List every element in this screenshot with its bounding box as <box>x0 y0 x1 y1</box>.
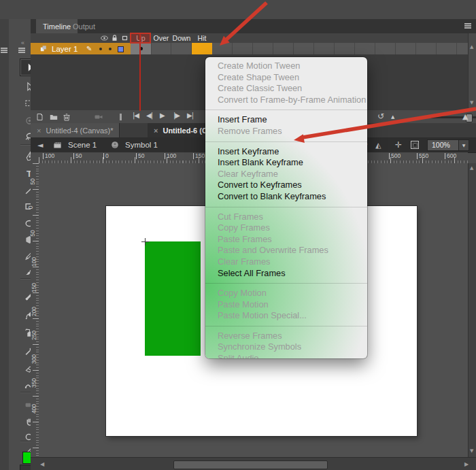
layer-edit-pencil-icon: ✎ <box>86 45 92 52</box>
show-hide-layers-icon[interactable] <box>100 34 109 42</box>
timeline-frame-header: UpOverDownHit <box>31 33 468 43</box>
clip-content-icon[interactable] <box>411 137 419 152</box>
layer-frames-track[interactable] <box>131 43 468 54</box>
menu-item-cut-frames: Cut Frames <box>205 212 367 223</box>
menu-item-select-all-frames[interactable]: Select All Frames <box>205 268 367 280</box>
new-layer-icon[interactable] <box>35 112 44 122</box>
layer-row-header[interactable]: Layer 1 ✎ <box>31 43 131 54</box>
zoom-level-caret-icon[interactable]: ▼ <box>458 140 469 150</box>
menu-item-copy-frames: Copy Frames <box>205 222 367 234</box>
menu-item-paste-motion-special: Paste Motion Special... <box>205 310 367 322</box>
zoom-out-frames-icon[interactable]: ▲ <box>391 114 394 120</box>
tab-output[interactable]: Output <box>66 19 102 33</box>
frame-size-slider[interactable] <box>430 116 476 118</box>
menu-separator <box>205 283 367 284</box>
doc-tab-untitled-4[interactable]: × Untitled-4 (Canvas)* <box>31 123 120 137</box>
application-top-bar <box>0 0 476 20</box>
h-ruler-label: 100 <box>165 153 176 159</box>
breadcrumb-scene[interactable]: Scene 1 <box>68 137 97 152</box>
camera-icon[interactable] <box>94 112 103 122</box>
h-ruler-label: 0 <box>103 153 109 159</box>
selected-frame-hit[interactable] <box>192 43 212 54</box>
go-to-last-frame-icon[interactable]: ▶| <box>187 112 193 119</box>
lock-layers-icon[interactable] <box>110 34 119 42</box>
edit-symbols-icon[interactable]: ◭ <box>375 137 381 152</box>
menu-item-insert-blank-keyframe[interactable]: Insert Blank Keyframe <box>205 157 367 169</box>
back-arrow-icon[interactable]: ◄ <box>37 137 43 152</box>
v-ruler-label: 50 <box>29 178 36 184</box>
h-ruler-label: 600 <box>445 153 456 159</box>
frame-label-hit[interactable]: Hit <box>192 33 212 43</box>
keyframe-cell-up[interactable] <box>131 43 152 54</box>
h-ruler-label: 50 <box>73 153 82 159</box>
h-ruler-label: 50 <box>136 153 144 159</box>
tab-output-label: Output <box>73 22 95 31</box>
horizontal-scrollbar-thumb[interactable] <box>173 460 328 469</box>
reset-timeline-zoom-icon[interactable]: ↺ <box>377 112 384 121</box>
scroll-left-icon[interactable]: ◀ <box>40 461 44 467</box>
v-ruler-label: 300 <box>31 354 37 364</box>
menu-item-split-audio: Split Audio <box>205 353 367 358</box>
menu-item-copy-motion: Copy Motion <box>205 288 367 299</box>
collapsed-panel-dock <box>0 19 10 470</box>
v-ruler-label: 150 <box>31 283 37 292</box>
collapse-panel-icon[interactable]: « <box>21 39 25 46</box>
layer-outline-color-swatch[interactable] <box>118 46 124 52</box>
menu-item-synchronize-symbols: Synchronize Symbols <box>205 341 367 353</box>
marker-icon[interactable] <box>120 114 122 120</box>
play-icon[interactable]: ▶ <box>160 112 165 119</box>
zoom-in-frames-icon[interactable]: ▲ <box>462 112 468 121</box>
delete-layer-trash-icon[interactable] <box>62 112 71 122</box>
new-folder-icon[interactable] <box>49 112 58 122</box>
frame-context-menu: Create Motion TweenCreate Shape TweenCre… <box>205 57 367 358</box>
v-ruler-label: 400 <box>31 404 37 414</box>
layer-lock-dot[interactable] <box>109 48 112 50</box>
frame-label-down[interactable]: Down <box>171 33 192 43</box>
scroll-right-icon[interactable]: ▶ <box>464 461 469 467</box>
menu-item-insert-keyframe[interactable]: Insert Keyframe <box>205 146 367 158</box>
scroll-up-icon[interactable]: ▲ <box>470 44 473 50</box>
v-ruler-label: 0 <box>27 206 34 209</box>
close-tab-icon[interactable]: × <box>37 127 41 135</box>
timeline-panel-menu-icon[interactable] <box>464 23 471 29</box>
horizontal-scrollbar[interactable]: ◀ ▶ <box>31 457 476 470</box>
go-to-first-frame-icon[interactable]: |◀ <box>133 112 139 119</box>
h-ruler-label: 550 <box>417 153 428 159</box>
scroll-up-icon[interactable]: ▲ <box>470 165 473 171</box>
breadcrumb-symbol[interactable]: Symbol 1 <box>125 137 158 152</box>
menu-separator <box>205 207 367 207</box>
layer-type-icon <box>39 44 48 53</box>
playhead[interactable] <box>139 33 141 111</box>
menu-item-convert-to-frame-by-frame-animation: Convert to Frame-by-Frame Animation <box>205 95 367 106</box>
frame-label-over[interactable]: Over <box>151 33 171 43</box>
menu-item-create-classic-tween: Create Classic Tween <box>205 83 367 95</box>
menu-item-convert-to-keyframes[interactable]: Convert to Keyframes <box>205 180 367 191</box>
menu-separator <box>205 326 367 326</box>
close-tab-icon[interactable]: × <box>154 127 158 135</box>
menu-item-remove-frames: Remove Frames <box>205 126 367 137</box>
step-forward-icon[interactable]: |▶ <box>173 112 180 119</box>
v-ruler-label: 250 <box>31 331 37 340</box>
up-frame-annotation-box <box>130 33 151 44</box>
vertical-scrollbar[interactable]: ▲ ▼ <box>468 163 476 457</box>
outline-layers-icon[interactable] <box>120 34 129 42</box>
scroll-down-icon[interactable]: ▼ <box>470 100 473 105</box>
step-back-icon[interactable]: ◀| <box>146 112 152 119</box>
h-ruler-label: 500 <box>389 153 401 159</box>
menu-item-clear-frames: Clear Frames <box>205 256 367 268</box>
menu-item-insert-frame[interactable]: Insert Frame <box>205 114 367 126</box>
green-rectangle-shape[interactable] <box>145 241 201 356</box>
menu-item-clear-keyframe: Clear Keyframe <box>205 169 367 180</box>
menu-item-convert-to-blank-keyframes[interactable]: Convert to Blank Keyframes <box>205 191 367 203</box>
dock-panel-menu-icon[interactable] <box>1 48 7 53</box>
scroll-down-icon[interactable]: ▼ <box>470 448 473 454</box>
menu-item-paste-frames: Paste Frames <box>205 234 367 246</box>
tools-panel-menu-icon[interactable] <box>18 48 25 53</box>
zoom-level-select[interactable]: 100% ▼ <box>427 139 469 151</box>
tools-panel: « T <box>9 19 31 470</box>
timeline-vertical-scrollbar[interactable]: ▲ ▼ <box>468 33 476 110</box>
center-frame-crosshair-icon[interactable]: ✛ <box>395 137 402 152</box>
v-ruler-label: 50 <box>29 230 36 236</box>
layer-visible-dot[interactable] <box>99 48 102 50</box>
menu-item-create-shape-tween: Create Shape Tween <box>205 72 367 84</box>
